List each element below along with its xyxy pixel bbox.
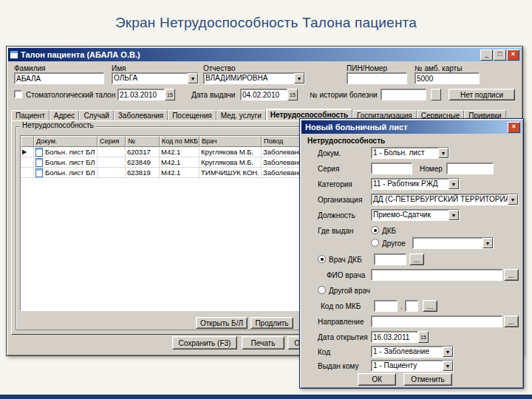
issue-date-field[interactable] (240, 89, 287, 100)
open-sick-leave-button[interactable]: Открыть Б/Л (196, 317, 248, 329)
category-combo[interactable]: 11 - Работник РЖД ▼ (371, 178, 460, 190)
ok-button[interactable]: ОК (358, 373, 396, 386)
firstname-label: Имя (112, 64, 126, 72)
ticket-date-field[interactable] (117, 89, 165, 100)
direction-field[interactable] (371, 316, 502, 327)
card-number-label: № амб. карты (415, 64, 462, 72)
window-titlebar[interactable]: Талон пациента (АБАЛА О.В.) _ □ × (8, 48, 521, 61)
eds-small-button[interactable] (431, 89, 441, 100)
document-icon (35, 168, 43, 177)
fio-lookup-button[interactable]: ... (504, 269, 519, 281)
direction-lookup-button[interactable]: ... (504, 316, 519, 327)
grid-header-number[interactable]: № (126, 136, 160, 147)
grid-header-document[interactable]: Докум. (34, 136, 98, 147)
grid-header-series[interactable]: Серия (98, 136, 126, 147)
tab-diseases[interactable]: Заболевания (114, 110, 168, 121)
organization-combo[interactable]: ДД (С-ПЕТЕРБУРГСКИЙ ТЕРРИТОРИАЛЬНЫЙ ЦЕНТ… (371, 194, 519, 205)
prolong-button[interactable]: Продлить (250, 317, 293, 329)
dkb-radio-label: ДКБ (382, 227, 396, 235)
close-button[interactable]: × (507, 50, 519, 61)
number-field[interactable] (446, 163, 494, 174)
firstname-combo[interactable]: ОЛЬГА ▼ (112, 72, 199, 84)
no-signature-button[interactable]: Нет подписи (449, 89, 515, 100)
other-doctor-radio[interactable] (318, 286, 326, 294)
history-number-field[interactable] (381, 89, 426, 100)
chevron-down-icon[interactable]: ▼ (449, 210, 459, 220)
reason-code-combo[interactable]: 1 - Заболевание ▼ (371, 346, 454, 358)
cell-mkb: М42.1 (160, 168, 200, 178)
grid-header-selector[interactable] (21, 136, 34, 147)
dialog-close-button[interactable]: × (508, 122, 520, 133)
middlename-combo[interactable]: ВЛАДИМИРОВНА ▼ (203, 72, 305, 84)
tab-med-services[interactable]: Мед. услуги (216, 110, 266, 121)
dkb-doctor-radio[interactable] (318, 255, 326, 263)
pin-field[interactable] (347, 72, 407, 84)
issued-to-label: Выдан кому (318, 362, 359, 370)
cell-doctor: Круглякова М.Б. (200, 147, 262, 157)
tab-case[interactable]: Случай (79, 110, 113, 121)
lastname-field[interactable] (14, 72, 104, 84)
chevron-down-icon[interactable]: ▼ (449, 179, 459, 189)
dkb-radio[interactable] (371, 226, 379, 234)
reason-code-label: Код (318, 348, 330, 356)
chevron-down-icon[interactable]: ▼ (188, 73, 198, 83)
doctor-fio-label: ФИО врача (327, 271, 365, 279)
mkb-lookup-button[interactable]: ... (423, 300, 437, 312)
dental-ticket-label: Стоматологический талон (26, 91, 115, 99)
document-icon (35, 148, 43, 157)
mkb-dot: . (400, 302, 403, 310)
other-place-value (413, 238, 482, 248)
position-combo[interactable]: Приемо-Сдатчик ▼ (371, 209, 460, 221)
chevron-down-icon[interactable]: ▼ (482, 238, 493, 248)
calendar-icon[interactable]: 15 (165, 89, 175, 100)
tab-visits[interactable]: Посещения (168, 110, 216, 121)
reason-code-value: 1 - Заболевание (372, 347, 443, 357)
slide-background: { "slide": { "title": "Экран Нетрудоспос… (0, 0, 532, 399)
tab-patient[interactable]: Пациент (11, 110, 50, 121)
cell-doctor: Круглякова М.Б. (200, 157, 262, 168)
mkb-code-field-1[interactable] (374, 300, 398, 312)
cell-doctor: ТИМЧИШУК КОН. (200, 168, 262, 178)
open-date-field[interactable] (371, 331, 418, 343)
chevron-down-icon[interactable]: ▼ (294, 73, 304, 83)
chevron-down-icon[interactable]: ▼ (443, 347, 453, 357)
other-place-radio[interactable] (371, 239, 379, 247)
grid-header-mkb[interactable]: Код по МКБ (160, 136, 200, 147)
grid-header-doctor[interactable]: Врач (200, 136, 262, 147)
dialog-section-title: Нетрудоспособность (307, 137, 385, 145)
other-place-combo[interactable]: ▼ (412, 237, 494, 249)
issue-date-label: Дата выдачи (191, 91, 235, 99)
document-combo[interactable]: 1 - Больн. лист ▼ (371, 147, 449, 159)
tab-address[interactable]: Адрес (50, 110, 80, 121)
dialog-titlebar[interactable]: Новый больничный лист × (301, 120, 522, 134)
chevron-down-icon[interactable]: ▼ (438, 148, 449, 158)
minimize-button[interactable]: _ (480, 50, 493, 61)
calendar-icon[interactable]: 15 (287, 89, 298, 100)
chevron-down-icon[interactable]: ▼ (508, 194, 518, 205)
dialog-cancel-button[interactable]: Отменить (403, 373, 452, 386)
doctor-fio-field[interactable] (371, 269, 502, 281)
organization-label: Организация (318, 196, 362, 204)
maximize-button[interactable]: □ (494, 50, 506, 61)
dkb-doctor-code-field[interactable] (374, 253, 406, 265)
series-field[interactable] (371, 163, 412, 174)
doctor-lookup-button[interactable]: ... (409, 253, 424, 265)
mkb-code-field-2[interactable] (405, 300, 418, 312)
dental-ticket-checkbox[interactable] (14, 90, 22, 98)
firstname-value: ОЛЬГА (112, 73, 188, 83)
print-button[interactable]: Печать (242, 336, 284, 349)
mkb-code-label: Код по МКБ (321, 302, 361, 310)
cell-mkb: М42.1 (160, 147, 200, 157)
cell-document: Больн. лист БЛ (45, 148, 95, 156)
cell-series (98, 147, 126, 157)
calendar-icon[interactable]: 15 (418, 331, 429, 343)
document-value: 1 - Больн. лист (372, 148, 438, 158)
issued-to-value: 1 - Пациенту (372, 361, 443, 371)
number-label: Номер (420, 165, 443, 173)
middlename-label: Отчество (203, 64, 235, 72)
chevron-down-icon[interactable]: ▼ (443, 361, 453, 371)
issued-to-combo[interactable]: 1 - Пациенту ▼ (371, 360, 454, 372)
cell-number: 623819 (126, 168, 160, 178)
card-number-field[interactable] (415, 72, 480, 84)
save-button[interactable]: Сохранить (F3) (172, 336, 237, 349)
